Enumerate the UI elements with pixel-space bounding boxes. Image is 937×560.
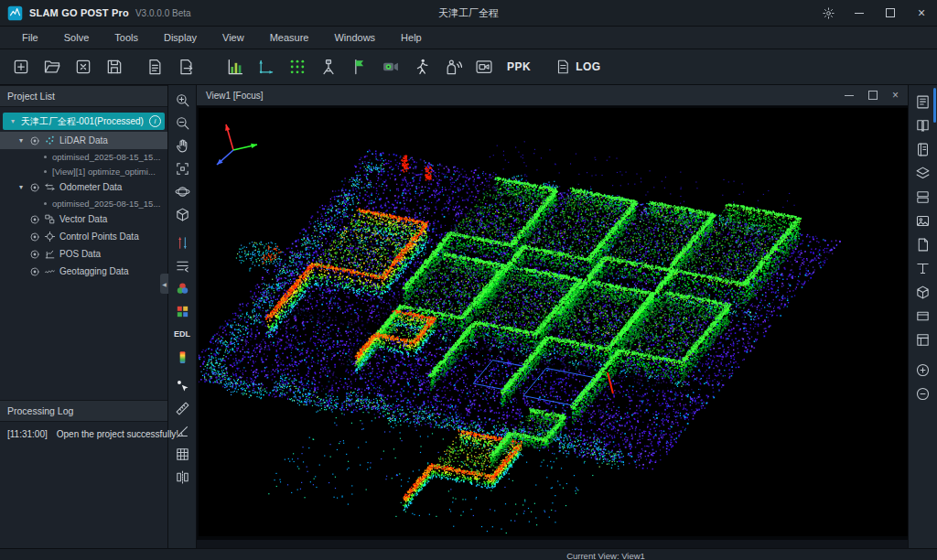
pan-hand-icon[interactable] [171,135,193,156]
chevron-down-icon[interactable]: ▾ [16,136,26,145]
tree-item-odometer-data[interactable]: ▾ Odometer Data [0,178,167,196]
visibility-eye-icon[interactable] [29,266,40,277]
tsquare-tool-icon[interactable] [912,257,934,279]
measure-distance-icon[interactable] [171,397,193,419]
menu-help[interactable]: Help [388,27,435,48]
zoom-in-circle-icon[interactable] [912,359,934,381]
export-data-button[interactable] [170,53,201,81]
tree-label: Control Points Data [59,232,139,242]
view1-canvas-area[interactable] [197,106,908,540]
mirror-view-icon[interactable] [171,466,193,488]
front-view-icon[interactable] [171,203,193,225]
visibility-eye-icon[interactable] [29,214,40,225]
minimize-button[interactable] [844,0,875,26]
cube-tool-icon[interactable] [912,281,934,303]
elevation-range-icon[interactable] [171,232,193,253]
menu-measure[interactable]: Measure [257,27,322,48]
view-close-button[interactable]: × [892,89,899,102]
title-bar: SLAM GO POST Pro V3.0.0.0 Beta 天津工厂全程 × [0,0,937,27]
person-locator-button[interactable] [437,53,468,81]
menu-tools[interactable]: Tools [102,27,151,48]
status-bar: Current View: View1 [0,548,937,560]
log-button[interactable]: LOG [547,53,609,81]
scrollbar-thumb[interactable] [933,88,936,123]
cross-section-icon[interactable] [171,254,193,276]
tree-item-vector-data[interactable]: Vector Data [0,210,167,228]
log-doc-icon [555,59,571,75]
app-version: V3.0.0.0 Beta [135,8,191,18]
panel-image-icon[interactable] [912,210,934,232]
tree-label: [View][1] optimize_optimi... [52,167,156,177]
menu-file[interactable]: File [9,27,51,48]
accuracy-histogram-button[interactable] [220,53,251,81]
panel-notebook-icon[interactable] [912,138,934,160]
trajectory-walker-button[interactable] [406,53,437,81]
new-project-button[interactable] [5,53,37,81]
chevron-down-icon[interactable]: ▾ [8,117,17,125]
tree-label: Odometer Data [59,182,122,192]
panel-layers-icon[interactable] [912,162,934,184]
vector-icon [44,213,56,225]
frame-tool-icon[interactable] [912,305,934,327]
gcp-flag-button[interactable] [344,53,375,81]
maximize-button[interactable] [875,0,906,26]
tree-item-control-points-data[interactable]: Control Points Data [0,228,167,245]
coordinate-system-button[interactable] [251,53,282,81]
tree-item-lidar-child-2[interactable]: [View][1] optimize_optimi... [0,164,167,178]
view-minimize-button[interactable] [845,95,854,96]
view1-window: View1 [Focus] × [197,85,908,537]
orbit-icon[interactable] [171,180,193,202]
point-cloud-render[interactable] [199,108,909,536]
visibility-eye-icon[interactable] [29,232,40,242]
view-maximize-button[interactable] [868,91,878,100]
tree-label: POS Data [59,249,101,259]
close-project-button[interactable] [68,53,99,81]
panel-cards-icon[interactable] [912,186,934,208]
zoom-in-icon[interactable] [171,89,193,111]
visibility-eye-icon[interactable] [29,182,40,193]
point-pick-icon[interactable] [171,374,193,396]
base-station-button[interactable] [313,53,344,81]
menu-display[interactable]: Display [151,27,210,48]
panorama-camera-button[interactable] [375,53,406,81]
chevron-down-icon[interactable]: ▾ [16,183,26,191]
menu-solve[interactable]: Solve [51,27,102,48]
panel-doc-icon[interactable] [912,233,934,255]
elevation-gradient-icon[interactable] [171,346,193,368]
zoom-out-circle-icon[interactable] [912,382,934,404]
tree-item-project[interactable]: ▾ 天津工厂全程-001(Processed) i [3,113,165,130]
sidebar-collapse-handle[interactable]: ◀ [160,274,168,294]
tree-item-pos-data[interactable]: POS Data [0,245,167,263]
color-palette-icon[interactable] [171,300,193,322]
open-project-button[interactable] [37,53,68,81]
panel-book-icon[interactable] [912,114,934,136]
tree-label: optimised_2025-08-15_15... [52,152,160,162]
tree-item-lidar-child-1[interactable]: optimised_2025-08-15_15... [0,149,167,164]
panel-list-icon[interactable] [912,91,934,113]
grid-points-button[interactable] [282,53,313,81]
view1-header[interactable]: View1 [Focus] × [197,85,908,106]
grid-toggle-icon[interactable] [171,443,193,465]
close-button[interactable]: × [906,0,937,26]
info-icon[interactable]: i [149,115,161,127]
save-project-button[interactable] [99,53,130,81]
tree-label: LiDAR Data [59,135,108,145]
board-tool-icon[interactable] [912,328,934,350]
visibility-eye-icon[interactable] [29,249,40,260]
tree-item-lidar-data[interactable]: ▾ LiDAR Data [0,132,167,149]
tree-item-odometer-child-1[interactable]: optimised_2025-08-15_15... [0,196,167,210]
video-capture-button[interactable] [468,53,500,81]
zoom-extent-icon[interactable] [171,157,193,179]
ppk-button[interactable]: PPK [500,53,538,81]
color-rgb-icon[interactable] [171,277,193,299]
app-logo-icon [7,5,23,21]
tree-item-geotagging-data[interactable]: Geotagging Data [0,263,167,280]
settings-gear-icon[interactable] [813,0,844,26]
zoom-out-icon[interactable] [171,112,193,134]
edl-toggle[interactable]: EDL [171,323,193,345]
project-report-button[interactable] [139,53,170,81]
bullet-icon [44,170,47,173]
visibility-eye-icon[interactable] [29,135,40,146]
menu-view[interactable]: View [210,27,257,48]
menu-windows[interactable]: Windows [321,27,388,48]
